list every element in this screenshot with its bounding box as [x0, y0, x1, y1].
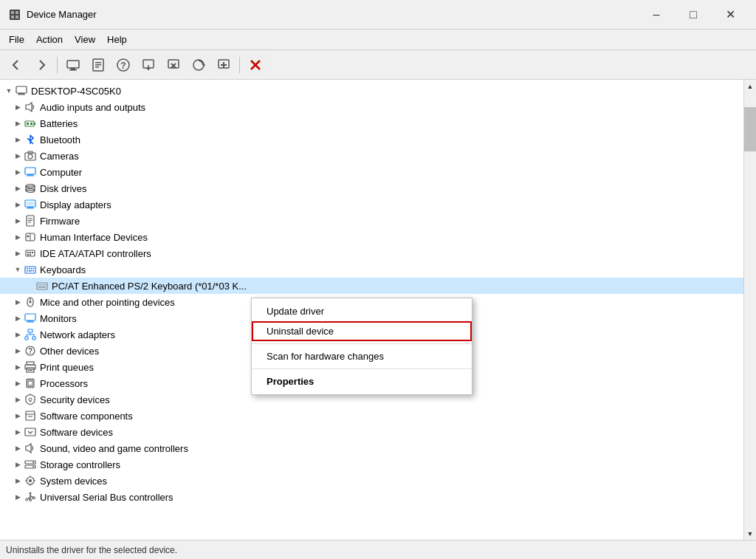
processors-toggle[interactable]: ▶: [12, 377, 24, 389]
storage-toggle[interactable]: ▶: [12, 459, 24, 470]
sound-toggle[interactable]: ▶: [12, 442, 24, 454]
tree-item-display[interactable]: ▶ Display adapters: [0, 196, 743, 213]
disk-toggle[interactable]: ▶: [12, 182, 24, 194]
scan-changes-button[interactable]: [187, 55, 210, 75]
tree-item-computer[interactable]: ▶ Computer: [0, 164, 743, 180]
add-hardware-button[interactable]: [212, 55, 236, 75]
keyboards-toggle[interactable]: ▼: [12, 264, 24, 275]
toolbar-sep-1: [57, 57, 58, 73]
svg-text:?: ?: [120, 61, 126, 71]
tree-item-audio[interactable]: ▶ Audio inputs and outputs: [0, 99, 743, 115]
ide-toggle[interactable]: ▶: [12, 247, 24, 259]
firmware-toggle[interactable]: ▶: [12, 215, 24, 227]
security-toggle[interactable]: ▶: [12, 394, 24, 405]
context-menu-properties[interactable]: Properties: [252, 371, 472, 391]
tree-item-sound[interactable]: ▶ Sound, video and game controllers: [0, 440, 743, 456]
root-toggle[interactable]: ▼: [3, 85, 15, 97]
maximize-button[interactable]: □: [676, 3, 710, 27]
forward-button[interactable]: [30, 55, 53, 75]
tree-item-keyboards[interactable]: ▼ Keyboards: [0, 261, 743, 278]
menu-view[interactable]: View: [69, 32, 101, 47]
svg-rect-55: [27, 252, 29, 253]
uninstall-device-button[interactable]: [162, 55, 185, 75]
svg-line-108: [30, 431, 32, 433]
svg-rect-1: [11, 11, 14, 14]
tree-item-hid[interactable]: ▶ Human Interface Devices: [0, 229, 743, 245]
device-tree[interactable]: ▼ DESKTOP-4SC05K0 ▶ Audio inputs and out…: [0, 80, 743, 540]
scrollbar-thumb[interactable]: [744, 107, 756, 151]
svg-rect-6: [71, 68, 75, 69]
tree-item-cameras[interactable]: ▶ Cameras: [0, 148, 743, 164]
context-menu-scan-hardware[interactable]: Scan for hardware changes: [252, 346, 472, 366]
tree-item-keyboard-ps2[interactable]: PC/AT Enhanced PS/2 Keyboard (*01/*03 K.…: [0, 278, 743, 294]
monitors-toggle[interactable]: ▶: [12, 312, 24, 324]
tree-item-batteries[interactable]: ▶ Batteries: [0, 115, 743, 131]
tree-item-software-comp[interactable]: ▶ Software components: [0, 408, 743, 424]
svg-rect-66: [29, 270, 32, 272]
scan-hardware-button[interactable]: [61, 55, 85, 75]
audio-toggle[interactable]: ▶: [12, 101, 24, 113]
tree-item-software-dev[interactable]: ▶ Software devices: [0, 424, 743, 440]
hid-toggle[interactable]: ▶: [12, 231, 24, 243]
svg-marker-121: [29, 493, 32, 495]
audio-icon: [24, 101, 37, 113]
context-menu-uninstall-device[interactable]: Uninstall device: [252, 321, 472, 341]
keyboard-ps2-toggle: [24, 280, 35, 292]
svg-rect-81: [25, 337, 28, 340]
cameras-toggle[interactable]: ▶: [12, 150, 24, 162]
svg-rect-39: [27, 176, 34, 176]
sound-icon: [24, 442, 37, 454]
tree-item-ide[interactable]: ▶ IDE ATA/ATAPI controllers: [0, 245, 743, 261]
svg-text:?: ?: [28, 347, 32, 355]
window-controls: – □ ✕: [639, 3, 747, 27]
svg-rect-58: [27, 254, 29, 256]
tree-item-bluetooth[interactable]: ▶ Bluetooth: [0, 131, 743, 148]
svg-rect-10: [95, 64, 101, 66]
security-icon: [24, 394, 37, 405]
back-button[interactable]: [4, 55, 28, 75]
tree-item-storage[interactable]: ▶ Storage controllers: [0, 456, 743, 473]
svg-rect-89: [27, 362, 34, 365]
tree-item-system[interactable]: ▶ System devices: [0, 473, 743, 489]
network-toggle[interactable]: ▶: [12, 329, 24, 340]
update-driver-button[interactable]: [137, 55, 160, 75]
scrollbar[interactable]: ▲ ▼: [743, 80, 756, 540]
print-toggle[interactable]: ▶: [12, 361, 24, 373]
hid-icon: [24, 231, 37, 243]
tree-item-disk[interactable]: ▶ Disk drives: [0, 180, 743, 196]
mice-toggle[interactable]: ▶: [12, 296, 24, 308]
system-toggle[interactable]: ▶: [12, 475, 24, 487]
svg-rect-63: [31, 268, 32, 270]
help-button[interactable]: ?: [111, 55, 135, 75]
menu-action[interactable]: Action: [30, 32, 69, 47]
svg-point-113: [32, 466, 34, 467]
tree-root[interactable]: ▼ DESKTOP-4SC05K0: [0, 83, 743, 99]
svg-point-76: [30, 301, 32, 303]
tree-item-firmware[interactable]: ▶ Firmware: [0, 213, 743, 229]
software-comp-toggle[interactable]: ▶: [12, 410, 24, 422]
storage-label: Storage controllers: [40, 459, 120, 470]
software-dev-toggle[interactable]: ▶: [12, 426, 24, 438]
menu-help[interactable]: Help: [101, 32, 133, 47]
tree-item-usb[interactable]: ▶ Universal Serial Bus controllers: [0, 489, 743, 505]
display-icon: [24, 199, 37, 210]
computer-toggle[interactable]: ▶: [12, 166, 24, 178]
context-menu-update-driver[interactable]: Update driver: [252, 301, 472, 321]
svg-rect-45: [27, 208, 34, 209]
other-toggle[interactable]: ▶: [12, 345, 24, 357]
computer-label: Computer: [40, 167, 82, 178]
batteries-toggle[interactable]: ▶: [12, 117, 24, 129]
bluetooth-toggle[interactable]: ▶: [12, 134, 24, 145]
scrollbar-up[interactable]: ▲: [744, 80, 756, 92]
minimize-button[interactable]: –: [639, 3, 673, 27]
usb-toggle[interactable]: ▶: [12, 491, 24, 503]
context-menu-sep-1: [252, 343, 472, 344]
menu-file[interactable]: File: [3, 32, 30, 47]
close-button[interactable]: ✕: [713, 3, 747, 27]
delete-button[interactable]: [244, 55, 267, 75]
keyboard-ps2-icon: [35, 280, 49, 292]
svg-rect-67: [32, 270, 34, 272]
properties-button[interactable]: [86, 55, 110, 75]
display-toggle[interactable]: ▶: [12, 199, 24, 210]
scrollbar-down[interactable]: ▼: [744, 527, 756, 540]
